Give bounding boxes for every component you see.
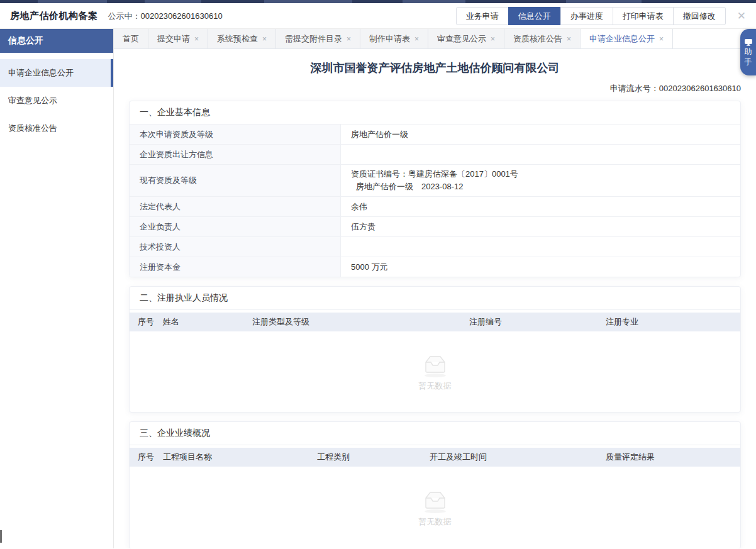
sidebar: 信息公开 申请企业信息公开 审查意见公示 资质核准公告: [0, 29, 114, 548]
serial-value: 002023062601630610: [659, 84, 741, 93]
table-row: 企业资质出让方信息: [130, 145, 740, 165]
tab-label: 提交申请: [157, 33, 190, 45]
tab-close-icon[interactable]: ×: [491, 35, 495, 43]
page-title: 深圳市国誉资产评估房地产土地估价顾问有限公司: [129, 60, 741, 75]
monitor-icon: [745, 39, 752, 46]
section-registered-practitioners: 二、注册执业人员情况 序号 姓名 注册类型及等级 注册编号 注册专业: [129, 286, 741, 413]
serial-label: 申请流水号：: [610, 84, 659, 93]
column-header: 开工及竣工时间: [430, 452, 606, 463]
assistant-button[interactable]: 助 手: [740, 29, 756, 75]
app-title: 房地产估价机构备案: [10, 10, 98, 22]
tab-label: 审查意见公示: [437, 33, 486, 45]
row-value: 5000 万元: [341, 257, 740, 277]
table-row: 法定代表人 余伟: [130, 197, 740, 217]
section-title: 三、企业业绩概况: [130, 422, 740, 445]
print-application-button[interactable]: 打印申请表: [613, 7, 674, 25]
column-header: 工程类别: [317, 452, 430, 463]
tab-qualification-notice[interactable]: 资质核准公告 ×: [504, 29, 581, 48]
sidebar-item-review-opinion[interactable]: 审查意见公示: [0, 87, 113, 114]
tab-submit-application[interactable]: 提交申请 ×: [148, 29, 208, 48]
assistant-label-char2: 手: [745, 58, 752, 66]
qualification-grade-line: 房地产估价一级 2023-08-12: [351, 180, 730, 193]
table-row: 企业负责人 伍方贵: [130, 217, 740, 237]
table-row: 技术投资人: [130, 237, 740, 257]
main-area: 首页 提交申请 × 系统预检查 × 需提交附件目录 × 制作申请表 ×: [114, 29, 756, 548]
sidebar-item-qualification-notice[interactable]: 资质核准公告: [0, 114, 113, 142]
row-label: 本次申请资质及等级: [130, 125, 341, 144]
column-header: 注册专业: [606, 316, 740, 328]
table-row: 注册资本金 5000 万元: [130, 257, 740, 277]
row-label: 企业资质出让方信息: [130, 145, 341, 164]
row-label: 注册资本金: [130, 257, 341, 277]
empty-box-icon: [420, 352, 451, 378]
publicity-status: 公示中：002023062601630610: [108, 11, 223, 22]
section-performance: 三、企业业绩概况 序号 工程项目名称 工程类别 开工及竣工时间 质量评定结果: [129, 421, 741, 548]
app-window: 房地产估价机构备案 公示中：002023062601630610 业务申请 信息…: [0, 0, 756, 549]
tab-system-precheck[interactable]: 系统预检查 ×: [208, 29, 276, 48]
column-header: 工程项目名称: [163, 452, 317, 463]
browser-chrome-sliver: [0, 0, 756, 3]
tab-close-icon[interactable]: ×: [414, 35, 419, 43]
status-serial-number: 002023062601630610: [141, 11, 223, 21]
empty-text: 暂无数据: [419, 516, 452, 528]
row-value: [341, 145, 740, 164]
row-value: 伍方贵: [341, 217, 740, 236]
row-value: [341, 237, 740, 257]
tab-close-icon[interactable]: ×: [659, 35, 664, 43]
empty-box-icon: [420, 487, 451, 514]
tab-company-info-disclosure[interactable]: 申请企业信息公开 ×: [581, 29, 673, 48]
tab-label: 制作申请表: [369, 33, 410, 45]
sidebar-item-label: 资质核准公告: [8, 123, 57, 134]
tab-label: 申请企业信息公开: [589, 33, 655, 45]
sidebar-nav: 申请企业信息公开 审查意见公示 资质核准公告: [0, 53, 113, 142]
tab-close-icon[interactable]: ×: [347, 35, 351, 43]
tab-close-icon[interactable]: ×: [194, 35, 199, 43]
tab-label: 首页: [123, 33, 139, 45]
table-row: 现有资质及等级 资质证书编号：粤建房估深备〔2017〕0001号 房地产估价一级…: [130, 165, 740, 197]
column-header: 序号: [130, 452, 163, 463]
row-label: 法定代表人: [130, 197, 341, 216]
withdraw-modify-button[interactable]: 撤回修改: [673, 7, 726, 25]
sidebar-item-label: 审查意见公示: [8, 95, 57, 106]
tab-bar: 首页 提交申请 × 系统预检查 × 需提交附件目录 × 制作申请表 ×: [114, 29, 756, 49]
table-row: 本次申请资质及等级 房地产估价一级: [130, 125, 740, 145]
tab-close-icon[interactable]: ×: [262, 35, 267, 43]
tab-close-icon[interactable]: ×: [567, 35, 571, 43]
tab-label: 资质核准公告: [513, 33, 562, 45]
app-header: 房地产估价机构备案 公示中：002023062601630610 业务申请 信息…: [0, 3, 756, 29]
progress-button[interactable]: 办事进度: [560, 7, 613, 25]
empty-text: 暂无数据: [419, 380, 452, 392]
row-value: 资质证书编号：粤建房估深备〔2017〕0001号 房地产估价一级 2023-08…: [341, 165, 740, 196]
section-basic-info: 一、企业基本信息 本次申请资质及等级 房地产估价一级 企业资质出让方信息 现有资…: [129, 101, 741, 277]
empty-state: 暂无数据: [130, 331, 740, 412]
tab-home[interactable]: 首页: [114, 29, 148, 48]
sidebar-item-company-info-disclosure[interactable]: 申请企业信息公开: [0, 59, 113, 87]
table-header-row: 序号 工程项目名称 工程类别 开工及竣工时间 质量评定结果: [130, 448, 740, 467]
tab-make-application-form[interactable]: 制作申请表 ×: [360, 29, 428, 48]
info-disclosure-button[interactable]: 信息公开: [508, 7, 561, 25]
business-apply-button[interactable]: 业务申请: [456, 7, 509, 25]
close-icon[interactable]: ✕: [735, 9, 748, 23]
certificate-number-line: 资质证书编号：粤建房估深备〔2017〕0001号: [351, 168, 730, 180]
status-label: 公示中：: [108, 11, 141, 21]
tab-attachment-catalog[interactable]: 需提交附件目录 ×: [276, 29, 360, 48]
column-header: 姓名: [163, 316, 252, 328]
table-header-row: 序号 姓名 注册类型及等级 注册编号 注册专业: [130, 313, 740, 331]
assistant-label-char1: 助: [745, 48, 752, 56]
tab-label: 系统预检查: [217, 33, 258, 45]
column-header: 质量评定结果: [606, 452, 740, 463]
column-header: 序号: [130, 316, 163, 328]
row-label: 技术投资人: [130, 237, 341, 257]
tab-review-opinion[interactable]: 审查意见公示 ×: [428, 29, 504, 48]
tab-label: 需提交附件目录: [285, 33, 342, 45]
row-label: 企业负责人: [130, 217, 341, 236]
scrollbar-fragment[interactable]: [0, 530, 2, 543]
empty-state: 暂无数据: [130, 467, 740, 548]
column-header: 注册类型及等级: [252, 316, 469, 328]
column-header: 注册编号: [469, 316, 606, 328]
header-nav-buttons: 业务申请 信息公开 办事进度 打印申请表 撤回修改 ✕: [457, 7, 748, 25]
sidebar-item-label: 申请企业信息公开: [8, 67, 74, 79]
row-value: 房地产估价一级: [341, 125, 740, 144]
page-content: 深圳市国誉资产评估房地产土地估价顾问有限公司 申请流水号：00202306260…: [114, 49, 756, 548]
section-title: 二、注册执业人员情况: [130, 287, 740, 310]
